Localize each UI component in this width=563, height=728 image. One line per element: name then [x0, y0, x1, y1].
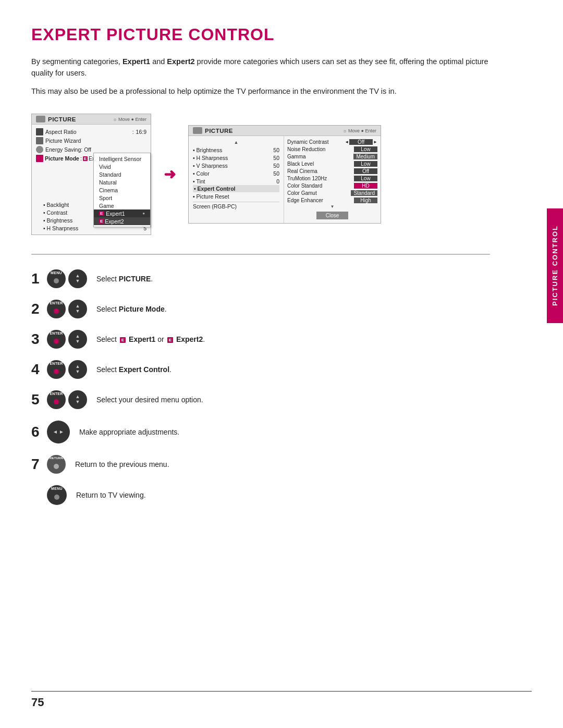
- enter-label-s4: ENTER: [50, 362, 63, 365]
- colorgamut-label: Color Gamut: [287, 190, 351, 196]
- nav-circle-s2[interactable]: ▲ ▼: [68, 300, 87, 318]
- screenshots-divider: [31, 254, 490, 255]
- menu-button-s7b[interactable]: MENU: [47, 485, 67, 505]
- dropdown-intelligent: Intelligent Sensor: [94, 155, 150, 163]
- return-button[interactable]: RETURN: [47, 455, 66, 474]
- dropdown-sport: Sport: [94, 194, 150, 202]
- enter-label-s2: ENTER: [50, 301, 63, 305]
- left-arrow-dc: ◄: [345, 140, 349, 144]
- lr-nav-circle-s6[interactable]: ◄ ►: [47, 421, 70, 443]
- intro-paragraph-2: This may also be used be a professional …: [31, 85, 490, 97]
- s2r-colorstandard: Color Standard HD: [287, 182, 377, 189]
- menu-dot-s7b: [54, 495, 59, 500]
- icon-aspect: [36, 128, 43, 135]
- screen2: PICTURE ☼ Move ● Enter ▲ • Brightness 50…: [188, 125, 381, 224]
- step-7b-buttons: MENU: [47, 485, 67, 505]
- realcinema-label: Real Cinema: [287, 168, 354, 174]
- nav-circle-s3[interactable]: ▲ ▼: [68, 330, 87, 349]
- screen1: PICTURE ☼ Move ● Enter Aspect Ratio : 16…: [31, 114, 151, 235]
- step-1-text: Select PICTURE.: [96, 275, 153, 283]
- step-4-buttons: ENTER ▲ ▼: [47, 360, 87, 379]
- dyncontrast-label: Dynamic Contrast: [287, 139, 345, 145]
- energy-label: Energy Saving: Off: [45, 146, 146, 153]
- wizard-label: Picture Wizard: [45, 138, 146, 144]
- trumotion-label: TruMotion 120Hz: [287, 176, 354, 181]
- step-6-number: 6: [31, 425, 46, 439]
- screen1-row-wizard: Picture Wizard: [36, 136, 146, 145]
- icon-picturemode: [36, 155, 43, 162]
- screen2-nav-hint: ☼ Move ● Enter: [342, 128, 376, 133]
- screen2-body: ▲ • Brightness 50 • H Sharpness 50 • V S…: [189, 136, 381, 223]
- arrow-right: ➜: [164, 166, 176, 183]
- down-arrow-s2-btn: ▼: [76, 309, 80, 314]
- step-2-number: 2: [31, 302, 46, 316]
- s2r-colorgamut: Color Gamut Standard: [287, 189, 377, 196]
- return-dot: [54, 464, 59, 469]
- left-arrow-s6: ◄: [53, 429, 58, 435]
- nav-circle-s1[interactable]: ▲ ▼: [68, 269, 87, 288]
- sidebar-text: PICTURE CONTROL: [551, 226, 559, 306]
- enter-button-s3[interactable]: ENTER: [47, 330, 66, 349]
- s2r-dyncontrast: Dynamic Contrast ◄ Off ►: [287, 138, 377, 145]
- step-6-buttons: ◄ ►: [47, 421, 70, 443]
- screen1-row-picturemode: Picture Mode : E Expert1 Intelligent Sen…: [36, 154, 146, 163]
- step-3-number: 3: [31, 332, 46, 347]
- enter-button-s2[interactable]: ENTER: [47, 300, 66, 318]
- down-arrow-right: ▼: [287, 204, 377, 209]
- nav-circle-s4[interactable]: ▲ ▼: [68, 360, 87, 379]
- s2-row-expertcontrol: • Expert Control: [193, 185, 279, 192]
- enter-button-s4[interactable]: ENTER: [47, 360, 66, 379]
- dropdown-expert1: E Expert1 ●: [94, 209, 150, 217]
- s2r-blacklevel: Black Level Low: [287, 160, 377, 167]
- screen1-body: Aspect Ratio : 16:9 Picture Wizard Energ…: [32, 125, 151, 235]
- dropdown-standard: Standard: [94, 170, 150, 178]
- expert2-badge: E: [99, 219, 104, 224]
- return-label: RETURN: [50, 456, 63, 460]
- step-4-text: Select Expert Control.: [96, 365, 172, 374]
- intro-paragraph-1: By segmenting categories, Expert1 and Ex…: [31, 56, 490, 79]
- close-btn-row: Close: [287, 209, 377, 221]
- close-button[interactable]: Close: [316, 212, 349, 219]
- down-arrow-s4: ▼: [76, 369, 80, 375]
- s2r-noisereduction: Noise Reduction Low: [287, 145, 377, 153]
- dropdown-cinema: Cinema: [94, 186, 150, 194]
- lr-arrows-s6: ◄ ►: [53, 429, 64, 435]
- s2-hsharpness-label: • H Sharpness: [193, 155, 265, 161]
- s2-row-vsharpness: • V Sharpness 50: [193, 162, 279, 169]
- nav-circle-s5[interactable]: ▲ ▼: [68, 390, 87, 409]
- menu-label-s7b: MENU: [51, 487, 63, 490]
- menu-dot-s1: [54, 278, 59, 283]
- s2-expertcontrol-label: • Expert Control: [194, 186, 278, 192]
- s2-brightness-val: 50: [265, 147, 279, 153]
- step-1-buttons: MENU ▲ ▼: [47, 269, 87, 288]
- screen2-title: PICTURE: [205, 128, 233, 134]
- tv-icon-1: [36, 116, 45, 122]
- screen2-right: Dynamic Contrast ◄ Off ► Noise Reduction…: [284, 136, 381, 223]
- menu-button-s1[interactable]: MENU: [47, 269, 66, 288]
- enter-label-s3: ENTER: [50, 331, 63, 335]
- step-6-text: Make appropriate adjustments.: [79, 428, 179, 436]
- colorstandard-val: HD: [354, 183, 377, 189]
- step-5-number: 5: [31, 392, 46, 407]
- gamma-val: Medium: [353, 154, 377, 159]
- expert1-icon-step3: E: [120, 337, 126, 343]
- s2-vsharpness-label: • V Sharpness: [193, 163, 265, 169]
- expert-badge-pm: E: [83, 156, 88, 161]
- aspect-sep: :: [132, 129, 134, 135]
- nav-arrows-s4: ▲ ▼: [76, 364, 80, 375]
- dropdown-vivid: Vivid: [94, 163, 150, 170]
- s2r-trumotion: TruMotion 120Hz Low: [287, 175, 377, 182]
- screen1-nav-hint: ☼ Move ● Enter: [113, 117, 146, 122]
- enter-dot-s4: [54, 369, 59, 374]
- step-3-buttons: ENTER ▲ ▼: [47, 330, 87, 349]
- step-7-buttons: RETURN: [47, 455, 66, 474]
- nav-arrows-s1: ▲ ▼: [76, 274, 80, 284]
- down-arrow-s3: ▼: [76, 339, 80, 344]
- noisereduction-val: Low: [354, 146, 377, 152]
- right-arrow-s6: ►: [59, 429, 64, 435]
- screen2-header: PICTURE ☼ Move ● Enter: [189, 126, 381, 136]
- tv-icon-2: [193, 127, 202, 134]
- nav-arrows-s3: ▲ ▼: [76, 334, 80, 344]
- enter-button-s5[interactable]: ENTER: [47, 390, 66, 409]
- blacklevel-val: Low: [354, 161, 377, 167]
